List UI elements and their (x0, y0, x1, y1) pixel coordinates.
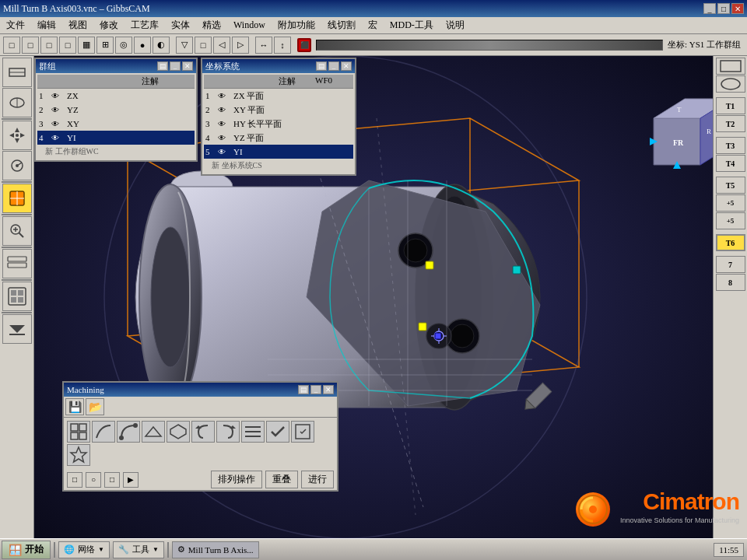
tb-btn-15[interactable]: ↕ (274, 37, 291, 54)
mach-icon-1[interactable]: □ (67, 472, 82, 488)
taskbar-network[interactable]: 🌐 网络 ▼ (58, 541, 110, 558)
svg-point-8 (16, 134, 19, 137)
panel-coord-row-sub: 新 坐标系统CS (204, 159, 353, 173)
mach-icon-3[interactable]: □ (104, 472, 120, 488)
rt-btn-t4[interactable]: T4 (716, 155, 745, 172)
tb-btn-11[interactable]: □ (195, 37, 212, 54)
rt-btn-t5-alt[interactable]: +5 (716, 194, 745, 212)
tb-btn-2[interactable]: □ (22, 37, 39, 54)
minimize-button[interactable]: _ (703, 3, 716, 14)
panel-coord-icon-btn[interactable]: ▤ (316, 61, 327, 71)
tb-btn-8[interactable]: ● (134, 37, 151, 54)
lt-btn-rotate[interactable] (2, 151, 32, 180)
lt-btn-grid[interactable] (2, 282, 32, 311)
menu-window[interactable]: Window (227, 18, 272, 33)
machining-close[interactable]: ✕ (323, 385, 334, 394)
mach-tb-save[interactable]: 💾 (65, 398, 84, 415)
menu-file[interactable]: 文件 (0, 17, 31, 33)
tb-btn-4[interactable]: □ (59, 37, 76, 54)
rt-btn-t7[interactable]: 7 (716, 256, 745, 273)
tb-btn-5[interactable]: ▦ (78, 37, 95, 54)
tb-btn-12[interactable]: ◁ (213, 37, 230, 54)
menu-wire[interactable]: 线切割 (321, 17, 362, 33)
mach-action-arrange[interactable]: 排列操作 (211, 471, 262, 488)
taskbar-tools[interactable]: 🔧 工具 ▼ (113, 541, 164, 558)
panel-coord-row-4[interactable]: 4 👁 YZ 平面 (204, 131, 353, 145)
mach-tool-turn-right[interactable] (216, 421, 240, 443)
rt-view-front[interactable] (716, 58, 745, 75)
tools-icon: 🔧 (118, 544, 129, 555)
panel-coord-min[interactable]: _ (328, 61, 339, 71)
start-button[interactable]: 🪟 开始 (2, 541, 51, 559)
rt-btn-t6[interactable]: T6 (716, 234, 745, 251)
menu-mdd[interactable]: MDD-工具 (384, 17, 440, 33)
tb-btn-1[interactable]: □ (3, 37, 20, 54)
panel-groups-row-4[interactable]: 4 👁 YI (37, 131, 195, 145)
machining-min[interactable]: _ (310, 385, 321, 394)
mach-action-overlap[interactable]: 重叠 (265, 471, 298, 488)
rt-btn-t5[interactable]: T5 (716, 177, 745, 194)
taskbar-network-label: 网络 (78, 544, 95, 555)
panel-groups-row-2[interactable]: 2 👁 YZ (37, 103, 195, 117)
mach-tool-lines[interactable] (241, 421, 265, 443)
lt-btn-active[interactable] (2, 184, 32, 213)
mach-tool-face[interactable] (142, 421, 165, 443)
panel-groups-close[interactable]: ✕ (182, 61, 193, 71)
mach-tool-curve[interactable] (92, 421, 115, 443)
mach-tb-open[interactable]: 📂 (86, 398, 104, 415)
tb-btn-10[interactable]: ▽ (176, 37, 193, 54)
rt-view-side[interactable] (716, 75, 745, 93)
lt-btn-layers[interactable] (2, 249, 32, 278)
mach-icon-2[interactable]: ○ (86, 472, 101, 488)
close-button[interactable]: ✕ (731, 3, 744, 14)
mach-action-go[interactable]: 进行 (301, 471, 334, 488)
lt-btn-view2[interactable] (2, 88, 32, 117)
mach-tool-pocket[interactable] (167, 421, 190, 443)
menu-addon[interactable]: 附加功能 (272, 17, 321, 33)
menu-help[interactable]: 说明 (440, 17, 471, 33)
panel-coord-close[interactable]: ✕ (341, 61, 352, 71)
mach-tool-box[interactable] (291, 421, 314, 443)
lt-btn-move[interactable] (2, 121, 32, 150)
menu-view[interactable]: 视图 (62, 17, 93, 33)
menu-process[interactable]: 工艺库 (124, 17, 165, 33)
rt-btn-t3[interactable]: T3 (716, 137, 745, 154)
taskbar: 🪟 开始 🌐 网络 ▼ 🔧 工具 ▼ ⚙ Mill Turn B Axis...… (0, 538, 747, 560)
mach-tool-star[interactable] (67, 444, 90, 466)
menu-macro[interactable]: 宏 (362, 17, 384, 33)
mach-tool-corner[interactable] (117, 421, 140, 443)
taskbar-app[interactable]: ⚙ Mill Turn B Axis... (172, 541, 259, 558)
panel-coord-row-1[interactable]: 1 👁 ZX 平面 (204, 89, 353, 103)
svg-point-89 (119, 436, 124, 440)
menu-edit[interactable]: 编辑 (31, 17, 62, 33)
lt-btn-down[interactable] (2, 314, 32, 344)
panel-groups-min[interactable]: _ (170, 61, 181, 71)
rt-btn-t5-alt2[interactable]: +5 (716, 212, 745, 229)
rt-btn-t8[interactable]: 8 (716, 274, 745, 291)
menu-select[interactable]: 精选 (196, 17, 227, 33)
mach-icon-play[interactable]: ▶ (123, 472, 139, 488)
panel-coord-row-2[interactable]: 2 👁 XY 平面 (204, 103, 353, 117)
tb-btn-9[interactable]: ◐ (153, 37, 170, 54)
rt-btn-t2[interactable]: T2 (716, 115, 745, 132)
panel-groups-row-1[interactable]: 1 👁 ZX (37, 89, 195, 103)
tb-btn-14[interactable]: ↔ (255, 37, 272, 54)
panel-groups-icon-btn[interactable]: ▤ (157, 61, 168, 71)
mach-tool-grid[interactable] (67, 421, 90, 443)
lt-btn-zoom[interactable] (2, 216, 32, 246)
tb-btn-3[interactable]: □ (40, 37, 58, 54)
mach-tool-turn-left[interactable] (191, 421, 215, 443)
rt-btn-t1[interactable]: T1 (716, 97, 745, 114)
panel-groups-row-3[interactable]: 3 👁 XY (37, 117, 195, 131)
tb-btn-7[interactable]: ◎ (115, 37, 132, 54)
menu-modify[interactable]: 修改 (93, 17, 124, 33)
lt-btn-view1[interactable] (2, 58, 32, 87)
tb-btn-13[interactable]: ▷ (232, 37, 249, 54)
maximize-button[interactable]: □ (717, 3, 730, 14)
panel-coord-row-5[interactable]: 5 👁 YI (204, 145, 353, 159)
menu-solid[interactable]: 实体 (165, 17, 196, 33)
mach-tool-check[interactable] (266, 421, 289, 443)
panel-coord-row-3[interactable]: 3 👁 HY 长平平面 (204, 117, 353, 131)
machining-icon1[interactable]: ▤ (298, 385, 309, 394)
tb-btn-6[interactable]: ⊞ (96, 37, 114, 54)
